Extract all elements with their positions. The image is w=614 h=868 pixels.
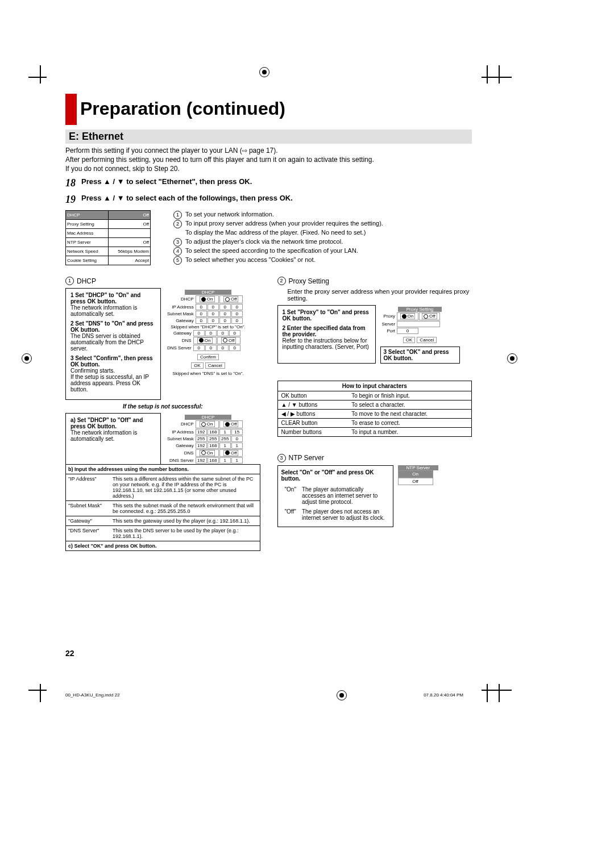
ntp-options-desc: "On"The player automatically accesses an… bbox=[281, 484, 389, 523]
step-number: 19 bbox=[65, 194, 76, 206]
footer: 00_HD-A3KU_Eng.indd 22 07.8.20 4:40:04 P… bbox=[65, 692, 463, 698]
proxy-panel: ProxyOnOff Server Port0 bbox=[380, 312, 441, 335]
ntp-off-option[interactable]: Off bbox=[398, 478, 433, 485]
confirm-button[interactable]: Confirm bbox=[197, 354, 219, 360]
step-text: Press ▲ / ▼ to select "Ethernet", then p… bbox=[81, 177, 252, 189]
section-title: E: Ethernet bbox=[65, 130, 472, 144]
settings-menu: DHCPOff Proxy SettingOff Mac Address NTP… bbox=[65, 210, 151, 265]
red-accent-bar bbox=[65, 94, 77, 125]
cancel-button[interactable]: Cancel bbox=[205, 362, 225, 369]
callout-list: 1To set your network information. 2To in… bbox=[173, 210, 383, 265]
step-text: Press ▲ / ▼ to select each of the follow… bbox=[81, 194, 293, 206]
step-number: 18 bbox=[65, 177, 76, 189]
address-definitions: b) Input the addresses using the number … bbox=[65, 464, 260, 551]
dhcp-panel: DHCPOnOff IP Address0000 Subnet Mask0000… bbox=[165, 295, 243, 324]
ntp-heading: NTP Server bbox=[289, 454, 324, 462]
ntp-panel: NTP Server On Off bbox=[398, 465, 439, 527]
page-number: 22 bbox=[65, 649, 74, 658]
cancel-button[interactable]: Cancel bbox=[417, 337, 437, 343]
input-chars-table: How to input characters OK buttonTo begi… bbox=[277, 381, 472, 437]
proxy-heading: Proxy Setting bbox=[289, 277, 329, 285]
dhcp-panel-header: DHCP bbox=[185, 290, 232, 295]
ok-button[interactable]: OK bbox=[191, 362, 204, 369]
registration-mark-icon bbox=[259, 67, 269, 77]
dhcp-panel-dns: Gateway0000 DNSOnOff DNS Server0000 bbox=[165, 329, 241, 352]
page-ref-icon: ⇨ bbox=[242, 147, 249, 154]
ntp-on-option[interactable]: On bbox=[398, 470, 433, 478]
dhcp-off-panel: DHCPOnOff IP Address192168115 Subnet Mas… bbox=[165, 420, 243, 464]
page-title: Preparation (continued) bbox=[80, 98, 285, 119]
dhcp-heading: DHCP bbox=[77, 277, 96, 285]
registration-mark-icon bbox=[507, 353, 517, 364]
registration-mark-icon bbox=[22, 353, 32, 364]
fail-heading: If the setup is not successful: bbox=[65, 403, 260, 410]
ok-button[interactable]: OK bbox=[403, 337, 416, 343]
intro-text: Perform this setting if you connect the … bbox=[65, 147, 472, 173]
